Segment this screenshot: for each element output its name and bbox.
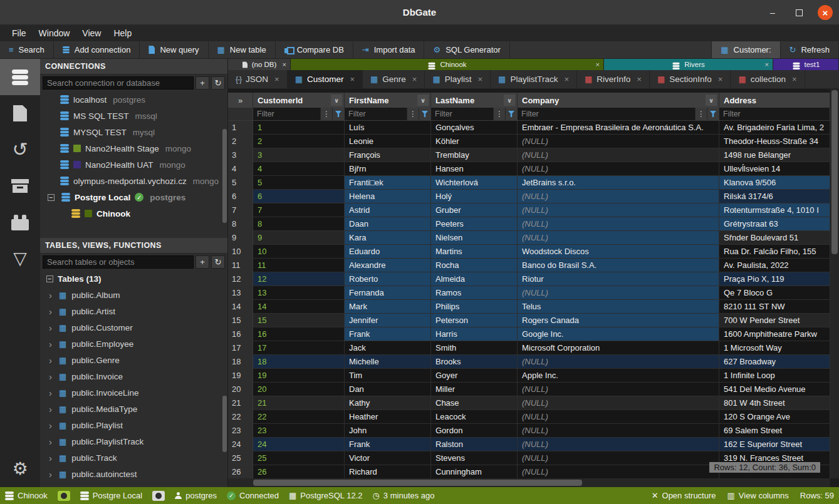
cell-company[interactable]: (NULL)	[518, 355, 719, 368]
chevron-right-icon[interactable]: ›	[49, 453, 54, 463]
rail-history-icon[interactable]: ↺	[0, 131, 40, 168]
cell-last[interactable]: Holý	[431, 190, 518, 203]
tab-group-noDB[interactable]: (no DB) ×	[228, 59, 291, 70]
tab-group-Chinook[interactable]: Chinook ×	[291, 59, 604, 70]
close-icon[interactable]: ×	[637, 75, 642, 84]
row-number[interactable]: 10	[228, 245, 253, 258]
cell-last[interactable]: Köhler	[431, 135, 518, 148]
tables-refresh-button[interactable]: ↻	[211, 255, 225, 269]
color-palette-icon[interactable]	[152, 491, 165, 501]
cell-address[interactable]: Theodor-Heuss-Straße 34	[719, 135, 830, 148]
cell-address[interactable]: Av. Paulista, 2022	[719, 259, 830, 272]
column-header-last[interactable]: LastName ∨	[431, 93, 518, 108]
toolbar-button-import-data[interactable]: ⇥Import data	[353, 41, 425, 58]
maximize-button[interactable]	[791, 5, 806, 20]
cell-address[interactable]: 162 E Superior Street	[719, 438, 830, 451]
cell-address[interactable]: Sřnder Boulevard 51	[719, 231, 830, 244]
cell-address[interactable]: Praça Pio X, 119	[719, 272, 830, 285]
cell-address[interactable]: 69 Salem Street	[719, 424, 830, 437]
menu-file[interactable]: File	[6, 27, 32, 39]
cell-id[interactable]: 4	[253, 162, 345, 175]
cell-last[interactable]: Ramos	[431, 286, 518, 299]
table-item[interactable]: › ▦ public.Playlist	[40, 417, 227, 433]
connection-item[interactable]: Nano2Health Stage mongo	[40, 140, 227, 157]
cell-first[interactable]: Jennifer	[345, 314, 431, 327]
cell-last[interactable]: Goyer	[431, 369, 518, 382]
tables-root[interactable]: − Tables (13)	[40, 270, 227, 287]
tab-playlist[interactable]: ▦Playlist ×	[425, 70, 491, 88]
cell-company[interactable]: (NULL)	[518, 410, 719, 423]
cell-id[interactable]: 19	[253, 369, 345, 382]
row-number[interactable]: 8	[228, 217, 253, 230]
close-icon[interactable]: ×	[274, 75, 279, 84]
chevron-right-icon[interactable]: ›	[49, 485, 54, 488]
cell-company[interactable]: (NULL)	[518, 148, 719, 162]
row-number[interactable]: 5	[228, 176, 253, 189]
rail-filter-icon[interactable]: ▽	[0, 240, 40, 277]
chevron-right-icon[interactable]: ›	[49, 290, 54, 301]
cell-last[interactable]: Brooks	[431, 355, 518, 368]
connection-item[interactable]: − Postgre Local ✓ postgres	[40, 189, 227, 205]
table-item[interactable]: › ▦ public.Track	[40, 450, 227, 466]
cell-address[interactable]: Rotenturmstraße 4, 1010 I	[719, 203, 830, 217]
table-item[interactable]: › ▦ public.booleantest	[40, 482, 227, 487]
row-number[interactable]: 19	[228, 369, 253, 382]
row-number[interactable]: 9	[228, 231, 253, 244]
cell-last[interactable]: Nielsen	[431, 231, 518, 244]
cell-address[interactable]: 1600 Amphitheatre Parkw	[719, 327, 830, 341]
row-number[interactable]: 22	[228, 410, 253, 423]
kebab-menu-icon[interactable]: ⋮	[493, 108, 505, 120]
collapse-icon[interactable]: −	[46, 275, 53, 282]
cell-last[interactable]: Cunningham	[431, 465, 518, 478]
rail-file-icon[interactable]	[0, 95, 40, 131]
connection-item[interactable]: MS SQL TEST mssql	[40, 108, 227, 124]
cell-company[interactable]: (NULL)	[518, 438, 719, 451]
cell-address[interactable]: 1498 rue Bélanger	[719, 148, 830, 162]
row-number[interactable]: 26	[228, 465, 253, 478]
rail-database-icon[interactable]	[0, 59, 40, 95]
chevron-right-icon[interactable]: ›	[49, 404, 54, 414]
cell-last[interactable]: Stevens	[431, 451, 518, 465]
cell-last[interactable]: Miller	[431, 383, 518, 396]
chevron-down-icon[interactable]: ∨	[417, 95, 429, 106]
cell-id[interactable]: 11	[253, 259, 345, 272]
chevron-right-icon[interactable]: ›	[49, 322, 54, 333]
cell-last[interactable]: Tremblay	[431, 148, 518, 162]
funnel-icon[interactable]	[332, 108, 344, 120]
tables-search-input[interactable]	[43, 255, 194, 269]
cell-id[interactable]: 1	[253, 121, 345, 134]
kebab-menu-icon[interactable]: ⋮	[407, 108, 419, 120]
cell-first[interactable]: Jack	[345, 341, 431, 354]
database-item[interactable]: Chinook	[40, 205, 227, 222]
column-header-id[interactable]: CustomerId ∨	[253, 93, 345, 108]
connections-search-input[interactable]	[43, 76, 194, 90]
cell-address[interactable]: Av. Brigadeiro Faria Lima, 2	[719, 121, 830, 134]
cell-company[interactable]: Riotur	[518, 272, 719, 285]
cell-last[interactable]: Peterson	[431, 314, 518, 327]
close-icon[interactable]: ×	[765, 61, 769, 68]
cell-last[interactable]: Ralston	[431, 438, 518, 451]
color-palette-icon[interactable]	[58, 491, 70, 501]
cell-company[interactable]: (NULL)	[518, 465, 719, 478]
cell-company[interactable]: (NULL)	[518, 217, 719, 230]
funnel-icon[interactable]	[505, 108, 517, 120]
cell-id[interactable]: 7	[253, 203, 345, 217]
cell-id[interactable]: 18	[253, 355, 345, 368]
cell-address[interactable]: Rua Dr. Falcăo Filho, 155	[719, 245, 830, 258]
cell-id[interactable]: 5	[253, 176, 345, 189]
tab-group-Rivers[interactable]: Rivers ×	[604, 59, 773, 70]
table-item[interactable]: › ▦ public.Album	[40, 287, 227, 303]
cell-company[interactable]: (NULL)	[518, 203, 719, 217]
row-number[interactable]: 4	[228, 162, 253, 175]
tab-sectioninfo[interactable]: ▦SectionInfo ×	[650, 70, 731, 88]
tab-playlisttrack[interactable]: ▦PlaylistTrack ×	[491, 70, 577, 88]
cell-company[interactable]: Telus	[518, 300, 719, 313]
cell-address[interactable]: Klanova 9/506	[719, 176, 830, 189]
cell-address[interactable]: 120 S Orange Ave	[719, 410, 830, 423]
close-icon[interactable]: ×	[283, 61, 286, 68]
row-number[interactable]: 1	[228, 121, 253, 134]
cell-first[interactable]: Frank	[345, 327, 431, 341]
chevron-down-icon[interactable]: ∨	[331, 95, 342, 106]
cell-company[interactable]: (NULL)	[518, 396, 719, 409]
connections-scrollbar[interactable]	[222, 129, 227, 223]
